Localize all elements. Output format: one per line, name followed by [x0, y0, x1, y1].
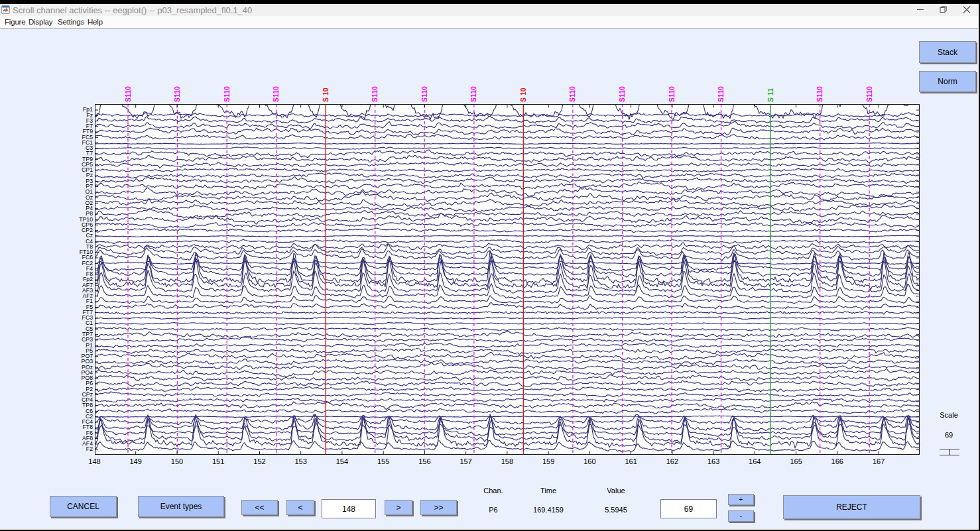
svg-text:S110: S110: [173, 86, 181, 102]
svg-text:S 11: S 11: [766, 88, 774, 102]
svg-text:S110: S110: [865, 86, 873, 102]
svg-text:S110: S110: [668, 86, 676, 102]
svg-text:S 10: S 10: [519, 88, 527, 102]
svg-text:S110: S110: [618, 86, 626, 102]
svg-text:S 10: S 10: [322, 88, 330, 102]
svg-text:S110: S110: [816, 86, 824, 102]
svg-text:S110: S110: [568, 86, 576, 102]
svg-text:S110: S110: [469, 86, 477, 102]
svg-text:S110: S110: [371, 86, 379, 102]
svg-text:S110: S110: [124, 86, 132, 102]
svg-text:S110: S110: [223, 86, 231, 102]
svg-text:S110: S110: [717, 86, 725, 102]
svg-text:S110: S110: [272, 86, 280, 102]
svg-text:S110: S110: [420, 86, 428, 102]
